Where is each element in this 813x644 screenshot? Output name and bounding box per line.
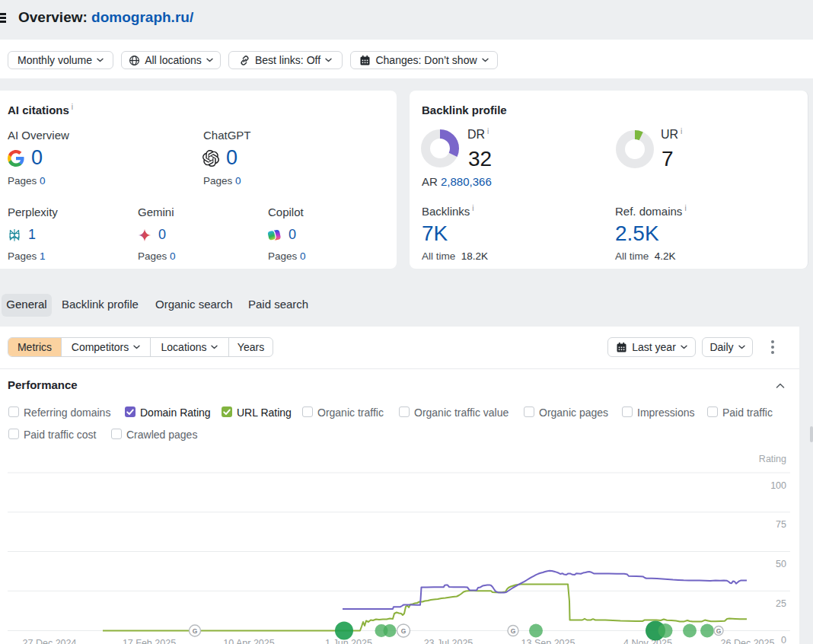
svg-text:23 Jul 2025: 23 Jul 2025 [424, 638, 473, 644]
svg-text:17 Feb 2025: 17 Feb 2025 [123, 638, 176, 644]
svg-text:G: G [193, 627, 198, 635]
svg-text:10 Apr 2025: 10 Apr 2025 [223, 638, 274, 644]
svg-text:100: 100 [770, 480, 786, 491]
svg-text:Rating: Rating [759, 454, 786, 464]
svg-text:26 Dec 2025: 26 Dec 2025 [721, 638, 775, 644]
svg-text:50: 50 [776, 559, 786, 569]
svg-text:0: 0 [781, 635, 786, 644]
svg-text:27 Dec 2024: 27 Dec 2024 [23, 638, 77, 644]
svg-text:75: 75 [776, 519, 786, 530]
svg-text:1 Jun 2025: 1 Jun 2025 [325, 638, 372, 644]
svg-text:G: G [511, 627, 516, 635]
svg-text:G: G [716, 627, 722, 635]
svg-text:4 Nov 2025: 4 Nov 2025 [623, 638, 672, 644]
svg-text:25: 25 [776, 598, 786, 609]
svg-text:G: G [401, 627, 406, 635]
svg-text:13 Sep 2025: 13 Sep 2025 [521, 638, 575, 644]
